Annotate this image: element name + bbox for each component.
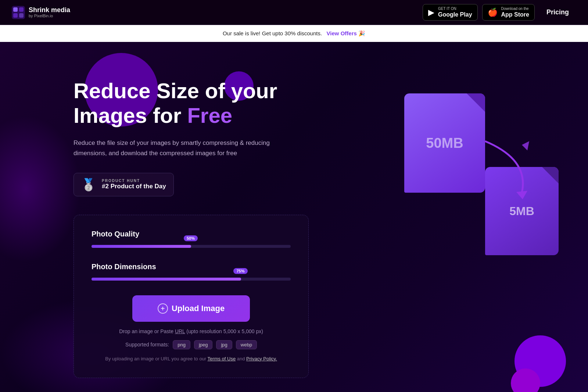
terms-and: and — [237, 356, 245, 361]
terms-link[interactable]: Terms of Use — [208, 356, 236, 361]
svg-rect-1 — [13, 7, 18, 12]
dimensions-label: Photo Dimensions — [92, 263, 291, 271]
ph-label-top: PRODUCT HUNT — [102, 179, 166, 183]
navbar-right: ▶ GET IT ON Google Play 🍎 Download on th… — [423, 4, 576, 21]
hero-title-line1: Reduce Size of your — [74, 79, 277, 103]
hero-subtitle: Reduce the file size of your images by s… — [74, 138, 279, 158]
app-store-large-text: App Store — [501, 11, 529, 18]
medal-icon: 🥈 — [81, 178, 96, 192]
google-play-large-text: Google Play — [438, 11, 472, 18]
dimensions-slider-track[interactable]: 75% — [92, 278, 291, 281]
upload-image-button[interactable]: + Upload Image — [132, 295, 250, 322]
quality-slider-fill: 50% — [92, 245, 191, 248]
dimensions-slider-fill: 75% — [92, 278, 241, 281]
format-png: png — [173, 340, 190, 349]
url-link[interactable]: URL — [175, 328, 185, 334]
privacy-link[interactable]: Privacy Policy. — [246, 356, 277, 361]
dimensions-percent-bubble: 75% — [233, 268, 247, 274]
terms-row: By uploading an image or URL you agree t… — [92, 356, 291, 361]
resolution-hint: (upto resolution 5,000 x 5,000 px) — [186, 328, 263, 334]
format-webp: webp — [236, 340, 257, 349]
google-play-small-text: GET IT ON — [438, 7, 472, 11]
glow-blob-left — [0, 115, 81, 263]
sale-text: Our sale is live! Get upto 30% discounts… — [223, 30, 322, 36]
app-store-badge[interactable]: 🍎 Download on the App Store — [482, 4, 535, 21]
google-play-badge[interactable]: ▶ GET IT ON Google Play — [423, 4, 477, 21]
format-jpeg: jpeg — [194, 340, 213, 349]
terms-prefix: By uploading an image or URL you agree t… — [105, 356, 206, 361]
hero-title-free: Free — [187, 103, 232, 127]
logo-main-text: Shrink media — [29, 7, 70, 14]
pricing-link[interactable]: Pricing — [539, 6, 576, 19]
formats-label: Supported formats: — [125, 342, 169, 348]
logo-sub-text: by PixelBin.io — [29, 14, 70, 18]
plus-icon: + — [158, 303, 168, 314]
drop-hint-text: Drop an image or Paste — [119, 328, 173, 334]
product-hunt-badge: 🥈 PRODUCT HUNT #2 Product of the Day — [74, 173, 174, 196]
ph-label-bottom: #2 Product of the Day — [102, 183, 166, 190]
svg-rect-3 — [13, 13, 18, 18]
drop-hint: Drop an image or Paste URL (upto resolut… — [92, 328, 291, 334]
svg-rect-2 — [19, 7, 24, 12]
quality-percent-bubble: 50% — [184, 235, 198, 241]
small-file-size: 5MB — [509, 204, 534, 218]
view-offers-link[interactable]: View Offers — [327, 30, 357, 36]
logo[interactable]: Shrink media by PixelBin.io — [12, 6, 70, 19]
svg-marker-6 — [522, 141, 529, 150]
logo-icon — [12, 6, 25, 19]
sale-banner: Our sale is live! Get upto 30% discounts… — [0, 25, 588, 42]
svg-marker-5 — [516, 191, 527, 199]
compression-arrow — [463, 130, 537, 204]
svg-rect-4 — [19, 13, 24, 18]
hero-title-line2: Images for — [74, 103, 187, 127]
apple-icon: 🍎 — [488, 8, 498, 17]
upload-card: Photo Quality 50% Photo Dimensions 75% +… — [74, 215, 309, 378]
main-content: Reduce Size of your Images for Free Redu… — [0, 42, 588, 392]
navbar: Shrink media by PixelBin.io ▶ GET IT ON … — [0, 0, 588, 25]
google-play-icon: ▶ — [428, 8, 434, 17]
format-jpg: jpg — [216, 340, 232, 349]
sale-emoji: 🎉 — [358, 30, 365, 36]
hero-title: Reduce Size of your Images for Free — [74, 79, 331, 128]
formats-row: Supported formats: png jpeg jpg webp — [92, 340, 291, 349]
quality-slider-track[interactable]: 50% — [92, 245, 291, 248]
large-file-size: 50MB — [426, 135, 463, 151]
app-store-small-text: Download on the — [501, 7, 529, 11]
left-section: Reduce Size of your Images for Free Redu… — [74, 64, 331, 378]
file-size-graphic: 50MB 5MB — [397, 71, 566, 285]
upload-button-label: Upload Image — [172, 304, 225, 313]
